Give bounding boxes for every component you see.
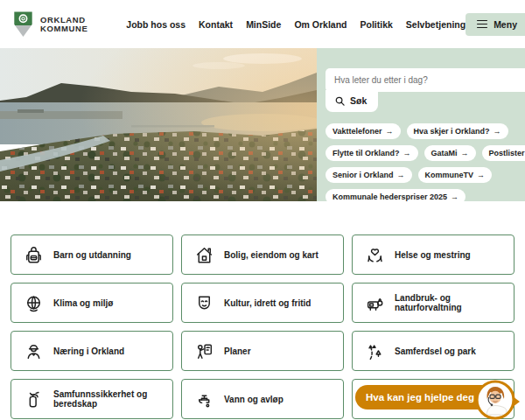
- hero-search-submit-button[interactable]: Søk: [326, 90, 378, 112]
- hero-search-panel: Søk Vakttelefoner → Hva skjer i Orkland?…: [317, 48, 525, 201]
- main-nav: Jobb hos oss Kontakt MinSide Om Orkland …: [126, 19, 466, 30]
- nav-politikk[interactable]: Politikk: [360, 19, 393, 30]
- quick-link-label: Senior i Orkland: [332, 171, 394, 179]
- card-samfunnssikkerhet-beredskap[interactable]: Samfunnssikkerhet og beredskap: [10, 379, 173, 419]
- shield-logo-icon: [12, 10, 34, 38]
- quick-link-postlister[interactable]: Postlister →: [482, 145, 525, 161]
- card-naering-i-orkland[interactable]: Næring i Orkland: [10, 331, 173, 371]
- arrow-right-icon: →: [461, 149, 469, 158]
- hero-search-submit-label: Søk: [350, 95, 367, 106]
- card-barn-og-utdanning[interactable]: Barn og utdanning: [10, 234, 173, 275]
- card-helse-og-mestring[interactable]: Helse og mestring: [352, 234, 514, 275]
- quick-link-label: Flytte til Orkland?: [332, 149, 400, 158]
- arrow-right-icon: →: [403, 149, 411, 158]
- chat-widget-card: Hva kan jeg hjelpe deg med?: [352, 379, 514, 419]
- card-label: Vann og avløp: [224, 395, 284, 404]
- quick-link-label: Vakttelefoner: [332, 127, 382, 136]
- quick-link-label: KommuneTV: [425, 171, 474, 179]
- menu-button-label: Meny: [494, 19, 517, 30]
- quick-link-vakttelefoner[interactable]: Vakttelefoner →: [326, 123, 401, 139]
- heart-hands-icon: [363, 244, 386, 266]
- card-planer[interactable]: Planer: [181, 331, 344, 371]
- quick-link-kommunetv[interactable]: KommuneTV →: [418, 167, 493, 183]
- card-label: Landbruk- og naturforvaltning: [395, 293, 507, 312]
- card-label: Barn og utdanning: [53, 250, 131, 260]
- theater-mask-icon: [192, 292, 215, 314]
- backpack-icon: [22, 244, 45, 266]
- nav-kontakt[interactable]: Kontakt: [199, 19, 233, 30]
- orkland-logo[interactable]: ORKLAND KOMMUNE: [12, 10, 88, 38]
- faucet-icon: [192, 388, 215, 410]
- card-label: Samferdsel og park: [395, 346, 476, 356]
- nav-selvbetjening[interactable]: Selvbetjening: [406, 19, 466, 30]
- card-label: Helse og mestring: [395, 250, 471, 260]
- quick-link-senior[interactable]: Senior i Orkland →: [326, 167, 412, 183]
- chatbot-avatar[interactable]: [475, 380, 515, 420]
- cow-icon: [363, 292, 386, 314]
- logo-text-line1: ORKLAND: [40, 16, 88, 24]
- site-header: ORKLAND KOMMUNE Jobb hos oss Kontakt Min…: [0, 0, 525, 48]
- card-bolig-eiendom-kart[interactable]: Bolig, eiendom og kart: [181, 234, 344, 275]
- worker-helmet-icon: [22, 340, 45, 362]
- logo-text-line2: KOMMUNE: [40, 24, 88, 33]
- arrow-right-icon: →: [386, 127, 394, 136]
- arrow-right-icon: →: [451, 192, 458, 201]
- search-icon: [335, 96, 345, 106]
- nav-minside[interactable]: MinSide: [246, 19, 281, 30]
- card-label: Kultur, idrett og fritid: [224, 298, 311, 308]
- arrow-right-icon: →: [397, 171, 405, 179]
- card-label: Planer: [224, 346, 251, 356]
- quick-link-hederspriser[interactable]: Kommunale hederspriser 2025 →: [326, 189, 466, 205]
- card-klima-og-miljo[interactable]: Klima og miljø: [10, 283, 173, 323]
- card-label: Samfunnssikkerhet og beredskap: [53, 389, 165, 409]
- arrow-right-icon: →: [494, 127, 501, 136]
- card-kultur-idrett-fritid[interactable]: Kultur, idrett og fritid: [181, 283, 344, 323]
- nav-om-orkland[interactable]: Om Orkland: [294, 19, 346, 30]
- card-samferdsel-og-park[interactable]: Samferdsel og park: [352, 331, 514, 371]
- planning-board-icon: [192, 340, 215, 362]
- quick-link-hva-skjer[interactable]: Hva skjer i Orkland? →: [407, 123, 508, 139]
- nav-jobb-hos-oss[interactable]: Jobb hos oss: [126, 19, 186, 30]
- card-landbruk-naturforvaltning[interactable]: Landbruk- og naturforvaltning: [352, 283, 514, 323]
- road-icon: [363, 340, 386, 362]
- quick-link-label: Kommunale hederspriser 2025: [332, 192, 447, 201]
- hero-aerial-photo: [0, 48, 317, 201]
- hero-search-input[interactable]: [326, 68, 525, 92]
- quick-link-label: Postlister: [489, 149, 525, 158]
- quick-link-label: GataMi: [431, 149, 458, 158]
- card-label: Næring i Orkland: [53, 346, 124, 356]
- card-label: Klima og miljø: [53, 298, 113, 308]
- quick-links: Vakttelefoner → Hva skjer i Orkland? → F…: [326, 123, 525, 205]
- category-card-grid: Barn og utdanning Bolig, eiendom og kart…: [10, 234, 514, 419]
- card-label: Bolig, eiendom og kart: [224, 250, 318, 260]
- house-icon: [192, 244, 215, 266]
- menu-button[interactable]: Meny: [466, 13, 525, 36]
- hamburger-icon: [477, 20, 487, 29]
- card-vann-og-avlop[interactable]: Vann og avløp: [181, 379, 344, 419]
- fire-extinguisher-icon: [22, 388, 45, 410]
- quick-link-label: Hva skjer i Orkland?: [414, 127, 490, 136]
- hero-section: Søk Vakttelefoner → Hva skjer i Orkland?…: [0, 48, 525, 201]
- quick-link-flytte[interactable]: Flytte til Orkland? →: [326, 145, 418, 161]
- quick-link-gatami[interactable]: GataMi →: [424, 145, 476, 161]
- arrow-right-icon: →: [477, 171, 485, 179]
- globe-icon: [22, 292, 45, 314]
